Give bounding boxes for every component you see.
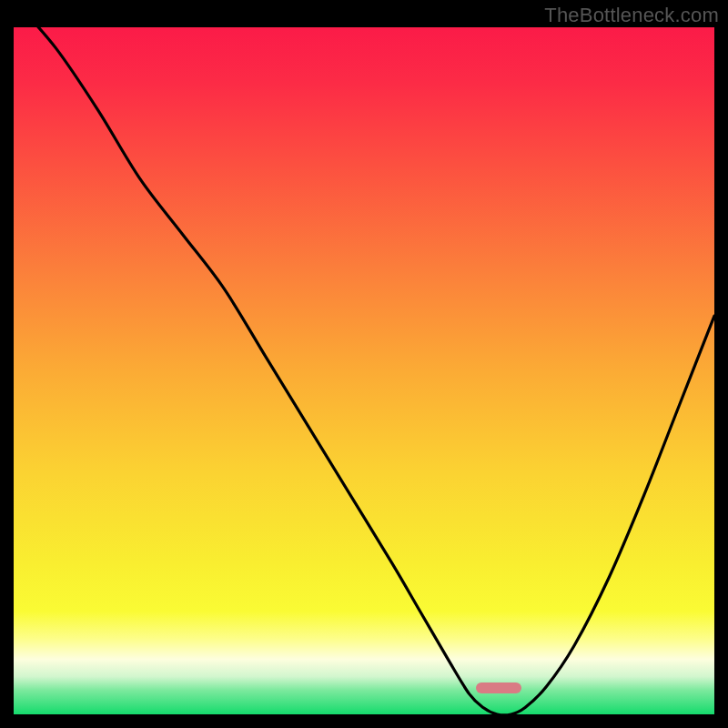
watermark-text: TheBottleneck.com <box>544 4 719 27</box>
bottleneck-curve <box>14 27 714 714</box>
chart-frame: TheBottleneck.com <box>0 0 728 728</box>
plot-area <box>14 27 714 714</box>
optimum-marker <box>476 682 521 693</box>
